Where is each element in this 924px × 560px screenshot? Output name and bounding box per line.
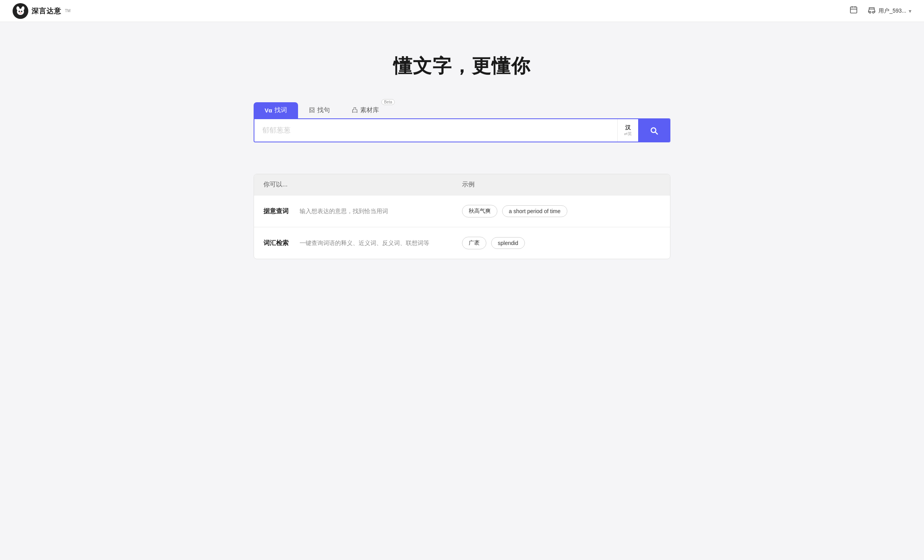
row2-desc: 一键查询词语的释义、近义词、反义词、联想词等 bbox=[300, 239, 429, 247]
svg-point-12 bbox=[872, 11, 874, 13]
user-menu[interactable]: 用户_593... ▾ bbox=[867, 6, 911, 16]
header: 深言达意 TM 用户_593... ▾ bbox=[0, 0, 924, 22]
svg-point-4 bbox=[18, 11, 20, 12]
svg-point-5 bbox=[21, 11, 22, 12]
tab-find-sentence-label: 找句 bbox=[317, 106, 330, 114]
tab-material-lib-label: 素材库 bbox=[360, 106, 379, 114]
search-tabs: Vα 找词 囧 找句 凸 素材库 Beta bbox=[254, 102, 670, 118]
tab-material-lib[interactable]: 凸 素材库 Beta bbox=[341, 102, 390, 118]
example-tag[interactable]: 秋高气爽 bbox=[462, 205, 497, 217]
calendar-icon[interactable] bbox=[849, 6, 858, 16]
find-word-icon: Vα bbox=[265, 107, 272, 114]
table-row: 据意查词 输入想表达的意思，找到恰当用词 秋高气爽 a short period… bbox=[254, 195, 670, 227]
lang-sub: ⇌英 bbox=[624, 131, 632, 136]
tab-find-word[interactable]: Vα 找词 bbox=[254, 102, 298, 118]
hero-title: 懂文字，更懂你 bbox=[393, 53, 531, 79]
col1-header: 你可以... bbox=[263, 181, 462, 189]
example-tag[interactable]: a short period of time bbox=[502, 205, 567, 217]
chevron-down-icon: ▾ bbox=[909, 8, 911, 14]
row1-label: 据意查词 bbox=[263, 207, 292, 216]
search-area: Vα 找词 囧 找句 凸 素材库 Beta 汉 ⇌英 bbox=[254, 102, 670, 142]
username-text: 用户_593... bbox=[878, 7, 906, 15]
row1-left: 据意查词 输入想表达的意思，找到恰当用词 bbox=[263, 207, 462, 216]
svg-point-6 bbox=[19, 12, 22, 13]
logo[interactable]: 深言达意 TM bbox=[13, 3, 70, 19]
row2-left: 词汇检索 一键查询词语的释义、近义词、反义词、联想词等 bbox=[263, 239, 462, 247]
row2-examples: 广袤 splendid bbox=[462, 237, 661, 249]
info-table: 你可以... 示例 据意查词 输入想表达的意思，找到恰当用词 秋高气爽 a sh… bbox=[254, 174, 670, 259]
table-header: 你可以... 示例 bbox=[254, 174, 670, 195]
tab-find-sentence[interactable]: 囧 找句 bbox=[298, 102, 341, 118]
logo-text: 深言达意 bbox=[31, 6, 61, 16]
user-car-icon bbox=[867, 6, 876, 16]
row1-desc: 输入想表达的意思，找到恰当用词 bbox=[300, 208, 388, 215]
main-content: 懂文字，更懂你 Vα 找词 囧 找句 凸 素材库 Beta 汉 ⇌英 bbox=[0, 22, 924, 275]
search-button[interactable] bbox=[638, 119, 670, 142]
logo-tm: TM bbox=[65, 9, 70, 13]
svg-point-11 bbox=[869, 11, 871, 13]
material-lib-icon: 凸 bbox=[352, 107, 358, 114]
row2-label: 词汇检索 bbox=[263, 239, 292, 247]
find-sentence-icon: 囧 bbox=[309, 107, 315, 114]
col2-header: 示例 bbox=[462, 181, 661, 189]
logo-icon bbox=[13, 3, 28, 19]
lang-toggle-button[interactable]: 汉 ⇌英 bbox=[617, 119, 638, 142]
beta-badge: Beta bbox=[381, 99, 395, 105]
search-icon bbox=[649, 126, 659, 135]
header-right: 用户_593... ▾ bbox=[849, 6, 911, 16]
table-row: 词汇检索 一键查询词语的释义、近义词、反义词、联想词等 广袤 splendid bbox=[254, 227, 670, 259]
search-input[interactable] bbox=[254, 119, 617, 142]
example-tag[interactable]: splendid bbox=[491, 237, 525, 249]
search-box: 汉 ⇌英 bbox=[254, 118, 670, 142]
tab-find-word-label: 找词 bbox=[274, 106, 287, 114]
example-tag[interactable]: 广袤 bbox=[462, 237, 486, 249]
lang-text: 汉 bbox=[625, 124, 631, 131]
row1-examples: 秋高气爽 a short period of time bbox=[462, 205, 661, 217]
svg-rect-7 bbox=[850, 7, 857, 13]
